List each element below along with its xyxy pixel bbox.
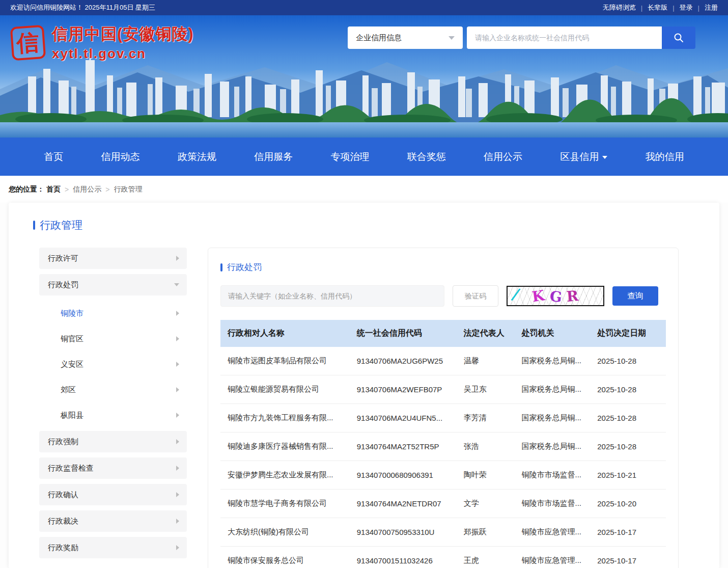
table-cell: 2025-10-17: [590, 547, 666, 568]
nav-item-joint-rewards-punishments[interactable]: 联合奖惩: [398, 138, 455, 176]
header-search: 企业信用信息: [348, 26, 695, 49]
section-title: 行政处罚: [220, 261, 666, 273]
table-cell: 国家税务总局铜...: [515, 432, 591, 461]
table-row[interactable]: 铜陵市远图皮革制品有限公司91340706MA2UG6PW25温馨国家税务总局铜…: [220, 347, 666, 375]
section-title-text: 行政处罚: [227, 261, 262, 273]
table-row[interactable]: 铜陵市保安服务总公司913407001511032426王虎铜陵市应急管理...…: [220, 547, 666, 568]
nav-item-label: 首页: [44, 150, 63, 164]
table-cell: 913407001511032426: [350, 547, 457, 568]
sidebar-item-admin-ruling[interactable]: 行政裁决: [39, 510, 187, 532]
penalty-panel: 行政处罚 KGR 查询 行政相对人名称统一社会信用代码法定代表人处罚机关处罚决定…: [208, 248, 679, 568]
nav-item-special-governance[interactable]: 专项治理: [321, 138, 378, 176]
table-cell: 铜陵市市场监督...: [515, 461, 591, 490]
chevron-right-icon: [176, 256, 179, 261]
breadcrumb-item[interactable]: 信用公示: [73, 185, 101, 194]
topbar-link[interactable]: 注册: [705, 3, 718, 12]
nav-item-policies[interactable]: 政策法规: [169, 138, 226, 176]
sidebar-item-admin-confirmation[interactable]: 行政确认: [39, 484, 187, 505]
site-domain: xytl.tl.gov.cn: [52, 46, 194, 62]
captcha-input[interactable]: [453, 285, 498, 307]
sidebar-item-label: 行政强制: [48, 437, 78, 447]
topbar-separator: |: [698, 4, 699, 12]
nav-item-my-credit[interactable]: 我的信用: [636, 138, 693, 176]
sidebar-subitem-jiao-district[interactable]: 郊区: [39, 377, 187, 402]
table-cell: 913407000680906391: [350, 461, 457, 490]
sidebar-item-admin-license[interactable]: 行政许可: [39, 248, 187, 269]
chevron-down-icon: [602, 156, 607, 159]
table-header-cell: 法定代表人: [457, 320, 515, 347]
table-cell: 吴卫东: [457, 375, 515, 404]
main-content-card: 行政管理 行政许可行政处罚铜陵市铜官区义安区郊区枞阳县行政强制行政监督检查行政确…: [9, 203, 719, 568]
breadcrumb-item[interactable]: 首页: [46, 185, 61, 194]
table-cell: 王虎: [457, 547, 515, 568]
topbar-link[interactable]: 登录: [680, 3, 693, 12]
topbar-link[interactable]: 无障碍浏览: [603, 3, 636, 12]
breadcrumb: 您的位置： 首页>信用公示>行政管理: [0, 176, 728, 203]
sidebar-item-admin-reward[interactable]: 行政奖励: [39, 537, 187, 558]
table-cell: 国家税务总局铜...: [515, 375, 591, 404]
sidebar-subitem-tongguan-district[interactable]: 铜官区: [39, 326, 187, 351]
nav-item-credit-publicity[interactable]: 信用公示: [474, 138, 531, 176]
chevron-right-icon: [176, 519, 179, 524]
table-cell: 2025-10-21: [590, 461, 666, 490]
table-row[interactable]: 铜陵迪多康医疗器械销售有限...91340764MA2T52TR5P张浩国家税务…: [220, 432, 666, 461]
chevron-right-icon: [176, 413, 179, 418]
header-search-button[interactable]: [662, 26, 695, 49]
sidebar-item-label: 行政许可: [48, 254, 78, 263]
topbar-link[interactable]: 长辈版: [648, 3, 667, 12]
sidebar-subitem-zongyang-county[interactable]: 枞阳县: [39, 402, 187, 428]
nav-item-credit-news[interactable]: 信用动态: [92, 138, 149, 176]
table-header-cell: 行政相对人名称: [220, 320, 350, 347]
site-header: 信 信用中国(安徽铜陵) xytl.tl.gov.cn 企业信用信息: [0, 15, 728, 138]
sidebar-item-label: 行政裁决: [48, 517, 78, 526]
table-row[interactable]: 铜陵立银能源贸易有限公司91340706MA2WEFB07P吴卫东国家税务总局铜…: [220, 375, 666, 404]
title-accent-bar: [33, 221, 35, 230]
logo-text: 信用中国(安徽铜陵) xytl.tl.gov.cn: [52, 23, 194, 62]
table-row[interactable]: 大东纺织(铜陵)有限公司91340700750953310U郑振跃铜陵市应急管理…: [220, 518, 666, 547]
topbar: 欢迎访问信用铜陵网站！ 2025年11月05日 星期三 无障碍浏览|长辈版|登录…: [0, 0, 728, 15]
nav-item-label: 我的信用: [646, 150, 684, 164]
sidebar-item-admin-coercion[interactable]: 行政强制: [39, 431, 187, 452]
breadcrumb-items: 首页>信用公示>行政管理: [44, 185, 144, 194]
main-nav: 首页信用动态政策法规信用服务专项治理联合奖惩信用公示区县信用我的信用: [0, 138, 728, 176]
page-title-text: 行政管理: [40, 218, 82, 232]
search-category-select[interactable]: 企业信用信息: [348, 26, 463, 49]
captcha-letter: R: [566, 287, 579, 305]
breadcrumb-item: 行政管理: [114, 185, 142, 194]
site-name: 信用中国(安徽铜陵): [52, 23, 194, 45]
table-row[interactable]: 铜陵市慧学电子商务有限公司91340764MA2NETDR07文学铜陵市市场监督…: [220, 490, 666, 518]
table-cell: 温馨: [457, 347, 515, 375]
header-search-input[interactable]: [467, 26, 662, 49]
table-cell: 国家税务总局铜...: [515, 404, 591, 432]
table-row[interactable]: 安徽伊梦腾生态农业发展有限...913407000680906391陶叶荣铜陵市…: [220, 461, 666, 490]
table-cell: 李芳清: [457, 404, 515, 432]
sidebar-subitem-yian-district[interactable]: 义安区: [39, 351, 187, 377]
table-cell: 郑振跃: [457, 518, 515, 547]
captcha-letter: G: [549, 287, 563, 305]
query-button[interactable]: 查询: [612, 286, 658, 306]
sidebar-item-admin-penalty[interactable]: 行政处罚: [39, 274, 187, 295]
nav-item-home[interactable]: 首页: [35, 138, 72, 176]
nav-item-credit-services[interactable]: 信用服务: [245, 138, 302, 176]
table-cell: 2025-10-28: [590, 432, 666, 461]
sidebar-item-label: 行政处罚: [48, 280, 78, 290]
table-cell: 2025-10-20: [590, 490, 666, 518]
keyword-input[interactable]: [220, 285, 444, 307]
table-cell: 铜陵市市场监督...: [515, 490, 591, 518]
table-cell: 2025-10-28: [590, 404, 666, 432]
topbar-separator: |: [673, 4, 674, 12]
chevron-right-icon: [176, 466, 179, 471]
site-logo[interactable]: 信 信用中国(安徽铜陵) xytl.tl.gov.cn: [11, 23, 194, 62]
sidebar-submenu: 铜陵市铜官区义安区郊区枞阳县: [39, 301, 187, 428]
nav-item-district-credit[interactable]: 区县信用: [551, 138, 617, 176]
sidebar-item-admin-supervision[interactable]: 行政监督检查: [39, 457, 187, 479]
table-cell: 文学: [457, 490, 515, 518]
captcha-image[interactable]: KGR: [507, 286, 604, 306]
penalty-table: 行政相对人名称统一社会信用代码法定代表人处罚机关处罚决定日期 铜陵市远图皮革制品…: [220, 320, 666, 568]
sidebar-subitem-tongling-city[interactable]: 铜陵市: [39, 301, 187, 326]
table-cell: 91340706MA2UG6PW25: [350, 347, 457, 375]
table-cell: 铜陵市方九装饰工程服务有限...: [220, 404, 350, 432]
table-row[interactable]: 铜陵市方九装饰工程服务有限...91340706MA2U4UFN5...李芳清国…: [220, 404, 666, 432]
sidebar-item-label: 行政奖励: [48, 543, 78, 553]
chevron-right-icon: [176, 439, 179, 444]
